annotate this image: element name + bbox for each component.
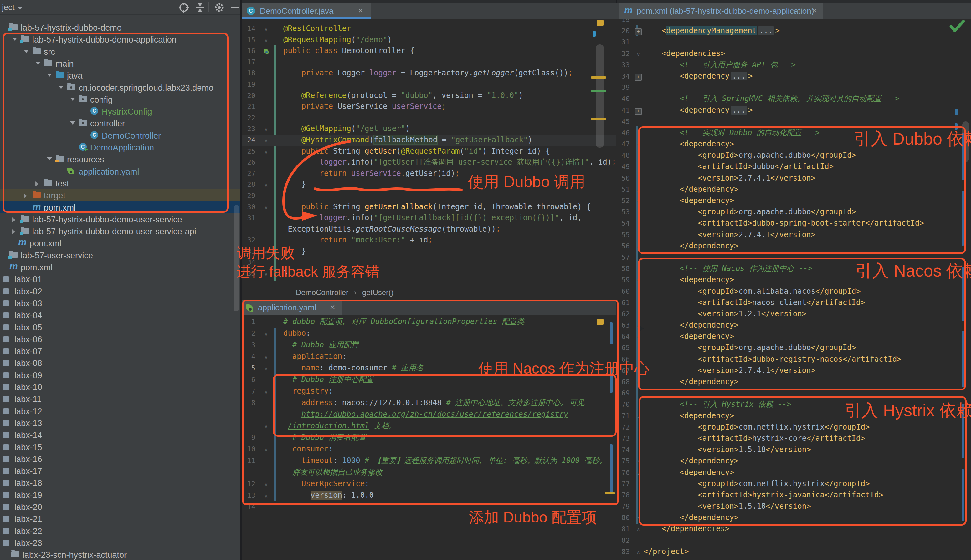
code-line-wrap[interactable]: 胖友可以根据自己业务修改 xyxy=(242,467,616,478)
fold-marker[interactable]: ∧ xyxy=(634,241,643,252)
chevron-down-icon[interactable] xyxy=(24,50,29,53)
code-line-27[interactable]: 27 return userService.getUser(id); xyxy=(242,168,616,179)
stripe-mark[interactable] xyxy=(962,133,964,180)
tree-item-test[interactable]: test xyxy=(0,177,240,189)
code-line-45[interactable]: 45 xyxy=(616,116,971,127)
code-line-62[interactable]: 62 <version>1.2.1</version> xyxy=(616,308,971,319)
code-line-12[interactable]: 12∨ UserRpcService: xyxy=(242,478,616,490)
tree-item-target[interactable]: target xyxy=(0,189,240,201)
tab-pom-xml[interactable]: m pom.xml (lab-57-hystrix-dubbo-demo-app… xyxy=(619,3,823,19)
code-line-72[interactable]: 72 <groupId>com.netflix.hystrix</groupId… xyxy=(616,422,971,433)
code-line-25[interactable]: 25∨ public String getUser(@RequestParam(… xyxy=(242,146,616,157)
stripe-mark[interactable] xyxy=(962,191,964,246)
breadcrumb-method[interactable]: getUser() xyxy=(362,288,394,297)
tree-item-java[interactable]: java xyxy=(0,70,240,81)
fold-marker[interactable]: ∨ xyxy=(259,328,273,340)
code-line-61[interactable]: 61 <artifactId>nacos-client</artifactId> xyxy=(616,297,971,308)
tree-item-labx-08[interactable]: labx-08 xyxy=(0,357,240,369)
fold-marker[interactable]: ∨ xyxy=(259,147,273,158)
fold-marker[interactable]: ∨ xyxy=(634,468,643,479)
code-line-40[interactable]: 40 <!-- 引入 SpringMVC 相关依赖, 并实现对其的自动配置 --… xyxy=(616,93,971,104)
code-line-74[interactable]: 74 <version>1.5.18</version> xyxy=(616,444,971,455)
stripe-mark[interactable] xyxy=(597,20,604,26)
tree-item-lab-57-hystrix-dubbo-demo-user-service[interactable]: lab-57-hystrix-dubbo-demo-user-service xyxy=(0,213,240,225)
code-line-22[interactable]: 22 xyxy=(242,112,616,123)
fold-marker[interactable]: ∧ xyxy=(259,363,273,375)
code-line-75[interactable]: 75∧ </dependency> xyxy=(616,455,971,467)
tree-item-labx-15[interactable]: labx-15 xyxy=(0,441,240,453)
code-line-50[interactable]: 50 <version>2.7.4.1</version> xyxy=(616,172,971,183)
tree-item-pom.xml[interactable]: pom.xml xyxy=(0,237,240,249)
code-line-20[interactable]: 20 @Reference(protocol = "dubbo", versio… xyxy=(242,90,616,102)
chevron-right-icon[interactable] xyxy=(24,193,27,198)
code-line-1[interactable]: 1# dubbo 配置项, 对应 DubboConfigurationPrope… xyxy=(242,316,616,328)
code-line-79[interactable]: 79 <version>1.5.18</version> xyxy=(616,500,971,512)
fold-marker[interactable]: ∨ xyxy=(259,35,273,46)
stripe-mark[interactable] xyxy=(591,76,606,78)
code-line-14[interactable]: 14 xyxy=(242,501,616,513)
fold-marker[interactable]: ∨ xyxy=(259,479,273,490)
code-line-14[interactable]: 14∨@RestController xyxy=(242,23,616,34)
stripe-mark[interactable] xyxy=(955,109,958,115)
fold-marker[interactable]: ∧ xyxy=(634,524,643,535)
tree-item-labx-21[interactable]: labx-21 xyxy=(0,513,240,525)
tree-item-lab-57-user-service[interactable]: lab-57-user-service xyxy=(0,249,240,261)
java-editor[interactable]: 14∨@RestController15∨@RequestMapping("/d… xyxy=(242,19,616,285)
code-line-26[interactable]: 26 logger.info("[getUser][准备调用 user-serv… xyxy=(242,157,616,168)
hide-panel-icon[interactable] xyxy=(229,2,242,13)
tree-item-labx-19[interactable]: labx-19 xyxy=(0,489,240,501)
chevron-down-icon[interactable] xyxy=(47,157,52,160)
code-line-54[interactable]: 54 <artifactId>dubbo-spring-boot-starter… xyxy=(616,217,971,229)
code-line-18[interactable]: 18 private Logger logger = LoggerFactory… xyxy=(242,68,616,79)
stripe-mark[interactable] xyxy=(591,118,606,120)
fold-marker[interactable]: ∧ xyxy=(259,247,273,258)
code-line-80[interactable]: 80∧ </dependency> xyxy=(616,512,971,523)
code-line-66[interactable]: 66 <artifactId>dubbo-registry-nacos</art… xyxy=(616,353,971,365)
code-line-46[interactable]: 46 <!-- 实现对 Dubbo 的自动化配置 --> xyxy=(616,127,971,138)
code-line-wrap[interactable]: ∧ /introduction.html 文档。 xyxy=(242,420,616,432)
tree-item-labx-11[interactable]: labx-11 xyxy=(0,393,240,405)
fold-marker[interactable]: ∧ xyxy=(634,513,643,524)
chevron-down-icon[interactable] xyxy=(35,62,40,65)
tree-item-labx-03[interactable]: labx-03 xyxy=(0,297,240,309)
tree-item-labx-01[interactable]: labx-01 xyxy=(0,273,240,285)
code-line-30[interactable]: 30∨ public String getUserFallback(Intege… xyxy=(242,202,616,213)
chevron-down-icon[interactable] xyxy=(70,122,75,125)
stripe-mark[interactable] xyxy=(962,469,964,521)
stripe-mark[interactable] xyxy=(610,368,612,393)
editor-scrollbar[interactable] xyxy=(596,45,604,148)
collapse-all-icon[interactable] xyxy=(194,2,207,13)
tree-item-labx-12[interactable]: labx-12 xyxy=(0,405,240,417)
fold-marker[interactable]: ∧ xyxy=(634,456,643,467)
code-line-20[interactable]: 20+ <dependencyManagement...> xyxy=(616,25,971,36)
tree-item-labx-06[interactable]: labx-06 xyxy=(0,333,240,345)
code-line-47[interactable]: 47∨ <dependency> xyxy=(616,138,971,150)
stripe-mark[interactable] xyxy=(592,31,596,37)
fold-marker[interactable]: ∨ xyxy=(259,202,273,213)
tree-item-labx-14[interactable]: labx-14 xyxy=(0,429,240,441)
code-line-32[interactable]: 32 return "mock:User:" + id; xyxy=(242,235,616,246)
close-tab-icon[interactable]: × xyxy=(330,302,335,312)
code-line-67[interactable]: 67 <version>2.7.4.1</version> xyxy=(616,365,971,376)
code-line-23[interactable]: 23∨ @GetMapping("/get_user") xyxy=(242,123,616,135)
tree-item-labx-20[interactable]: labx-20 xyxy=(0,501,240,513)
code-line-16[interactable]: 16public class DemoController { xyxy=(242,45,616,57)
breadcrumb-class[interactable]: DemoController xyxy=(296,288,349,297)
fold-marker[interactable]: ∨ xyxy=(259,386,273,398)
code-line-3[interactable]: 3 # Dubbo 应用配置 xyxy=(242,339,616,351)
tree-item-pom.xml[interactable]: pom.xml xyxy=(0,202,240,213)
tab-application-yaml[interactable]: application.yaml × xyxy=(242,300,342,315)
code-line-31[interactable]: 31 xyxy=(616,36,971,48)
code-line-82[interactable]: 82 xyxy=(616,535,971,546)
code-line-49[interactable]: 49 <artifactId>dubbo</artifactId> xyxy=(616,161,971,172)
fold-marker[interactable]: ∧ xyxy=(634,185,643,196)
fold-marker[interactable]: ∧ xyxy=(259,421,273,432)
code-line-52[interactable]: 52∨ <dependency> xyxy=(616,195,971,206)
stripe-mark[interactable] xyxy=(597,319,604,325)
tree-item-src[interactable]: src xyxy=(0,46,240,58)
code-line-34[interactable]: 34 xyxy=(242,257,616,268)
code-line-24[interactable]: 24∧ @HystrixCommand(fallbackMethod = "ge… xyxy=(242,135,616,146)
code-line-64[interactable]: 64∨ <dependency> xyxy=(616,331,971,342)
code-line-69[interactable]: 69 xyxy=(616,387,971,398)
tree-item-config[interactable]: config xyxy=(0,93,240,105)
